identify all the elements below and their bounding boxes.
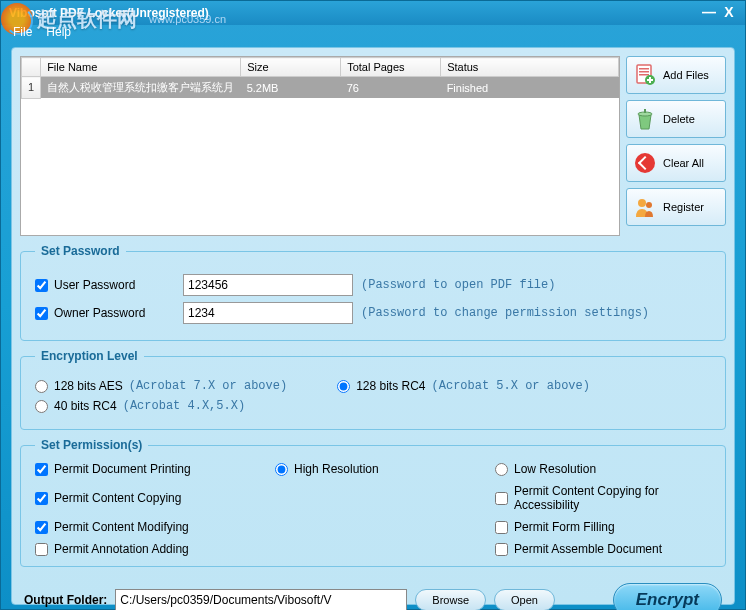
lowres-label: Low Resolution xyxy=(514,462,596,476)
permit-assemble-label: Permit Assemble Document xyxy=(514,542,662,556)
add-files-icon xyxy=(633,63,657,87)
owner-password-label: Owner Password xyxy=(54,306,145,320)
permit-copy-checkbox[interactable] xyxy=(35,492,48,505)
permit-annot-label: Permit Annotation Adding xyxy=(54,542,189,556)
svg-point-13 xyxy=(646,202,652,208)
user-password-input[interactable] xyxy=(183,274,353,296)
close-button[interactable]: X xyxy=(721,5,737,21)
rc440-hint: (Acrobat 4.X,5.X) xyxy=(123,399,245,413)
permit-copy-acc-option[interactable]: Permit Content Copying for Accessibility xyxy=(495,484,711,512)
aes128-hint: (Acrobat 7.X or above) xyxy=(129,379,287,393)
app-window: 起点软件网 www.pc0359.cn Vibosoft PDF Locker(… xyxy=(0,0,746,610)
permissions-group: Set Permission(s) Permit Document Printi… xyxy=(20,438,726,567)
highres-option[interactable]: High Resolution xyxy=(275,462,475,476)
clear-all-icon xyxy=(633,151,657,175)
svg-rect-8 xyxy=(644,109,646,113)
rc4128-option[interactable]: 128 bits RC4 (Acrobat 5.X or above) xyxy=(337,379,590,393)
delete-label: Delete xyxy=(663,113,695,125)
encryption-level-group: Encryption Level 128 bits AES (Acrobat 7… xyxy=(20,349,726,430)
permit-form-option[interactable]: Permit Form Filling xyxy=(495,520,711,534)
col-totalpages[interactable]: Total Pages xyxy=(341,58,441,77)
top-row: File Name Size Total Pages Status 1 自然人税… xyxy=(20,56,726,236)
minimize-button[interactable]: — xyxy=(701,5,717,21)
permit-modify-checkbox[interactable] xyxy=(35,521,48,534)
clear-all-button[interactable]: Clear All xyxy=(626,144,726,182)
permit-copy-acc-label: Permit Content Copying for Accessibility xyxy=(514,484,711,512)
encrypt-button[interactable]: Encrypt xyxy=(613,583,722,610)
permit-print-option[interactable]: Permit Document Printing xyxy=(35,462,255,476)
content-panel: File Name Size Total Pages Status 1 自然人税… xyxy=(11,47,735,605)
owner-password-check[interactable]: Owner Password xyxy=(35,306,175,320)
permit-annot-option[interactable]: Permit Annotation Adding xyxy=(35,542,255,556)
col-size[interactable]: Size xyxy=(241,58,341,77)
output-folder-input[interactable] xyxy=(115,589,407,610)
rc440-option[interactable]: 40 bits RC4 (Acrobat 4.X,5.X) xyxy=(35,399,245,413)
permit-print-label: Permit Document Printing xyxy=(54,462,191,476)
permit-copy-acc-checkbox[interactable] xyxy=(495,492,508,505)
permit-modify-label: Permit Content Modifying xyxy=(54,520,189,534)
encryption-legend: Encryption Level xyxy=(35,349,144,363)
rc440-radio[interactable] xyxy=(35,400,48,413)
highres-label: High Resolution xyxy=(294,462,379,476)
menu-help[interactable]: Help xyxy=(46,25,71,43)
set-password-group: Set Password User Password (Password to … xyxy=(20,244,726,341)
svg-rect-6 xyxy=(647,79,653,81)
row-status: Finished xyxy=(441,77,619,99)
row-num: 1 xyxy=(22,77,41,99)
window-title: Vibosoft PDF Locker(Unregistered) xyxy=(9,6,697,20)
titlebar: Vibosoft PDF Locker(Unregistered) — X xyxy=(1,1,745,25)
aes128-radio[interactable] xyxy=(35,380,48,393)
user-password-label: User Password xyxy=(54,278,135,292)
owner-password-checkbox[interactable] xyxy=(35,307,48,320)
highres-radio[interactable] xyxy=(275,463,288,476)
permit-annot-checkbox[interactable] xyxy=(35,543,48,556)
clear-all-label: Clear All xyxy=(663,157,704,169)
col-filename[interactable]: File Name xyxy=(41,58,241,77)
owner-password-hint: (Password to change permission settings) xyxy=(361,306,649,320)
lowres-radio[interactable] xyxy=(495,463,508,476)
delete-icon xyxy=(633,107,657,131)
register-label: Register xyxy=(663,201,704,213)
permit-form-label: Permit Form Filling xyxy=(514,520,615,534)
col-rownum xyxy=(22,58,41,77)
permit-assemble-option[interactable]: Permit Assemble Document xyxy=(495,542,711,556)
browse-button[interactable]: Browse xyxy=(415,589,486,610)
svg-rect-3 xyxy=(639,74,649,76)
owner-password-input[interactable] xyxy=(183,302,353,324)
aes128-option[interactable]: 128 bits AES (Acrobat 7.X or above) xyxy=(35,379,287,393)
rc4128-label: 128 bits RC4 xyxy=(356,379,425,393)
permit-copy-option[interactable]: Permit Content Copying xyxy=(35,484,255,512)
col-status[interactable]: Status xyxy=(441,58,619,77)
row-filename: 自然人税收管理系统扣缴客户端系统月 xyxy=(41,77,241,99)
permit-copy-label: Permit Content Copying xyxy=(54,491,181,505)
output-row: Output Folder: Browse Open Encrypt xyxy=(20,579,726,610)
file-table: File Name Size Total Pages Status 1 自然人税… xyxy=(20,56,620,236)
user-password-hint: (Password to open PDF file) xyxy=(361,278,555,292)
register-icon xyxy=(633,195,657,219)
row-pages: 76 xyxy=(341,77,441,99)
user-password-check[interactable]: User Password xyxy=(35,278,175,292)
rc440-label: 40 bits RC4 xyxy=(54,399,117,413)
side-buttons: Add Files Delete Clear All Register xyxy=(626,56,726,236)
register-button[interactable]: Register xyxy=(626,188,726,226)
rc4128-hint: (Acrobat 5.X or above) xyxy=(432,379,590,393)
permit-assemble-checkbox[interactable] xyxy=(495,543,508,556)
user-password-checkbox[interactable] xyxy=(35,279,48,292)
permit-print-checkbox[interactable] xyxy=(35,463,48,476)
permit-modify-option[interactable]: Permit Content Modifying xyxy=(35,520,255,534)
rc4128-radio[interactable] xyxy=(337,380,350,393)
row-size: 5.2MB xyxy=(241,77,341,99)
lowres-option[interactable]: Low Resolution xyxy=(495,462,711,476)
menu-file[interactable]: File xyxy=(13,25,32,43)
menubar: File Help xyxy=(1,25,745,43)
delete-button[interactable]: Delete xyxy=(626,100,726,138)
add-files-button[interactable]: Add Files xyxy=(626,56,726,94)
output-folder-label: Output Folder: xyxy=(24,593,107,607)
permit-form-checkbox[interactable] xyxy=(495,521,508,534)
add-files-label: Add Files xyxy=(663,69,709,81)
aes128-label: 128 bits AES xyxy=(54,379,123,393)
permissions-legend: Set Permission(s) xyxy=(35,438,148,452)
table-row[interactable]: 1 自然人税收管理系统扣缴客户端系统月 5.2MB 76 Finished xyxy=(22,77,619,99)
svg-point-12 xyxy=(638,199,646,207)
open-button[interactable]: Open xyxy=(494,589,555,610)
